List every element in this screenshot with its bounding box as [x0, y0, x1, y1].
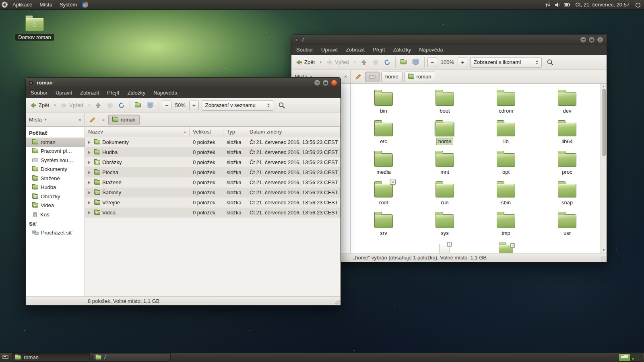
maximize-button[interactable]	[322, 80, 329, 86]
folder-snap[interactable]: snap	[537, 180, 598, 211]
sidebar-item-music[interactable]: Hudba	[26, 183, 85, 192]
folder-cdrom[interactable]: cdrom	[475, 88, 537, 119]
places-close-icon[interactable]: ×	[78, 117, 81, 123]
refresh-button[interactable]	[116, 100, 127, 111]
close-button[interactable]: ×	[331, 80, 337, 86]
sidebar-item-browse-network[interactable]: Procházet síť	[26, 228, 85, 238]
folder-media[interactable]: media	[353, 150, 414, 180]
maximize-button[interactable]	[588, 37, 595, 43]
menu-places[interactable]: Místa	[36, 0, 56, 10]
battery-icon[interactable]	[563, 0, 572, 10]
back-history-dropdown[interactable]: ▾	[318, 57, 323, 68]
stop-button[interactable]	[370, 57, 381, 68]
view-mode-select[interactable]: Zobrazení v seznamu	[202, 100, 273, 111]
forward-button[interactable]: Vpřed	[59, 100, 85, 111]
sidebar-item-roman[interactable]: roman	[26, 138, 85, 147]
menu-file[interactable]: Soubor	[292, 45, 317, 55]
search-button[interactable]	[276, 100, 287, 111]
volume-icon[interactable]	[553, 0, 562, 10]
row-plocha[interactable]: Plocha 0 položek složka Čt 21. červenec …	[85, 167, 341, 177]
power-icon[interactable]	[634, 0, 642, 10]
forward-button[interactable]: Vpřed	[324, 57, 351, 68]
minimize-button[interactable]	[314, 80, 320, 86]
sidebar-item-pictures[interactable]: Obrázky	[26, 192, 85, 201]
zoom-out-button[interactable]: −	[427, 58, 437, 67]
folder-opt[interactable]: opt	[475, 150, 537, 180]
row-dokumenty[interactable]: Dokumenty 0 položek složka Čt 21. červen…	[85, 137, 341, 147]
up-button[interactable]	[93, 100, 103, 111]
sidebar-item-downloads[interactable]: Stažené	[26, 174, 85, 183]
row-stazene[interactable]: Stažené 0 položek složka Čt 21. červenec…	[85, 177, 341, 187]
column-header-date[interactable]: Datum změny	[246, 127, 341, 137]
menu-applications[interactable]: Aplikace	[9, 0, 36, 10]
folder-etc[interactable]: etc	[353, 119, 414, 150]
home-button[interactable]	[133, 100, 143, 111]
row-sablony[interactable]: Šablony 0 položek složka Čt 21. červenec…	[85, 187, 341, 197]
path-scroll-left-button[interactable]: ◂	[99, 114, 107, 125]
places-close-icon[interactable]: ×	[344, 74, 347, 80]
expander-icon[interactable]	[88, 211, 92, 214]
folder-lib[interactable]: lib	[475, 119, 537, 150]
folder-tmp[interactable]: tmp	[475, 211, 537, 241]
column-header-size[interactable]: Velikost	[190, 127, 223, 137]
sidebar-item-desktop[interactable]: Pracovní pl…	[26, 147, 85, 156]
firefox-launcher-icon[interactable]	[80, 0, 89, 10]
expander-icon[interactable]	[88, 151, 92, 154]
row-hudba[interactable]: Hudba 0 položek složka Čt 21. červenec 2…	[85, 147, 341, 157]
expander-icon[interactable]	[88, 181, 92, 184]
folder-root[interactable]: ×root	[353, 180, 414, 211]
sidebar-item-videos[interactable]: Videa	[26, 201, 85, 210]
show-desktop-icon[interactable]	[1, 353, 10, 362]
menu-bookmarks[interactable]: Záložky	[123, 88, 149, 98]
menu-go[interactable]: Přejít	[103, 88, 123, 98]
computer-button[interactable]	[410, 57, 421, 68]
row-verejne[interactable]: Veřejné 0 položek složka Čt 21. červenec…	[85, 197, 341, 208]
menu-go[interactable]: Přejít	[369, 45, 389, 55]
distro-menu-icon[interactable]	[0, 0, 9, 10]
titlebar-roman[interactable]: roman ×	[26, 78, 341, 88]
sidebar-item-trash[interactable]: Koš	[26, 210, 85, 219]
column-header-type[interactable]: Typ	[223, 127, 246, 137]
row-videa[interactable]: Videa 0 položek složka Čt 21. červenec 2…	[85, 208, 341, 218]
menu-system[interactable]: Systém	[56, 0, 80, 10]
expander-icon[interactable]	[88, 161, 92, 164]
resize-grip[interactable]	[601, 256, 606, 261]
refresh-button[interactable]	[382, 57, 392, 68]
forward-history-dropdown[interactable]: ▾	[352, 57, 357, 68]
back-history-dropdown[interactable]: ▾	[52, 100, 58, 111]
menu-view[interactable]: Zobrazit	[342, 45, 369, 55]
menu-bookmarks[interactable]: Záložky	[389, 45, 415, 55]
workspace-2[interactable]	[630, 354, 642, 361]
folder-boot[interactable]: boot	[414, 88, 475, 119]
places-selector-dropdown-icon[interactable]: ▾	[45, 118, 46, 121]
scroll-up-icon[interactable]: ▲	[603, 84, 605, 88]
vertical-scrollbar[interactable]: ▲ ▼	[601, 84, 607, 253]
taskbar-item-roman[interactable]: roman	[12, 353, 90, 362]
folder-dev[interactable]: dev	[537, 88, 598, 119]
resize-grip[interactable]	[335, 300, 340, 305]
expander-icon[interactable]	[88, 141, 92, 144]
scroll-down-icon[interactable]: ▼	[603, 248, 605, 252]
home-button[interactable]	[398, 57, 409, 68]
column-header-name[interactable]: Název▴	[85, 127, 190, 137]
symlink-folder-icon[interactable]: ↗	[475, 241, 537, 253]
folder-srv[interactable]: srv	[353, 211, 414, 241]
sidebar-item-filesystem[interactable]: Systém sou…	[26, 156, 85, 165]
close-button[interactable]: ×	[597, 37, 603, 43]
row-obrazky[interactable]: Obrázky 0 položek složka Čt 21. červenec…	[85, 157, 341, 167]
folder-sys[interactable]: sys	[414, 211, 475, 241]
window-menu-icon[interactable]	[29, 81, 33, 85]
folder-usr[interactable]: usr	[537, 211, 598, 241]
zoom-out-button[interactable]: −	[162, 101, 171, 110]
folder-bin[interactable]: bin	[353, 88, 414, 119]
clock[interactable]: Čt, 21. červenec, 20:57	[572, 2, 633, 8]
breadcrumb-roman[interactable]: roman	[108, 115, 140, 125]
edit-location-button[interactable]	[353, 71, 363, 82]
folder-sbin[interactable]: sbin	[475, 180, 537, 211]
view-mode-select[interactable]: Zobrazení s ikonami	[470, 57, 542, 68]
zoom-in-button[interactable]: +	[189, 101, 199, 110]
folder-home[interactable]: home	[414, 119, 475, 150]
stop-button[interactable]	[105, 100, 115, 111]
menu-help[interactable]: Nápověda	[149, 88, 181, 98]
expander-icon[interactable]	[88, 171, 92, 174]
